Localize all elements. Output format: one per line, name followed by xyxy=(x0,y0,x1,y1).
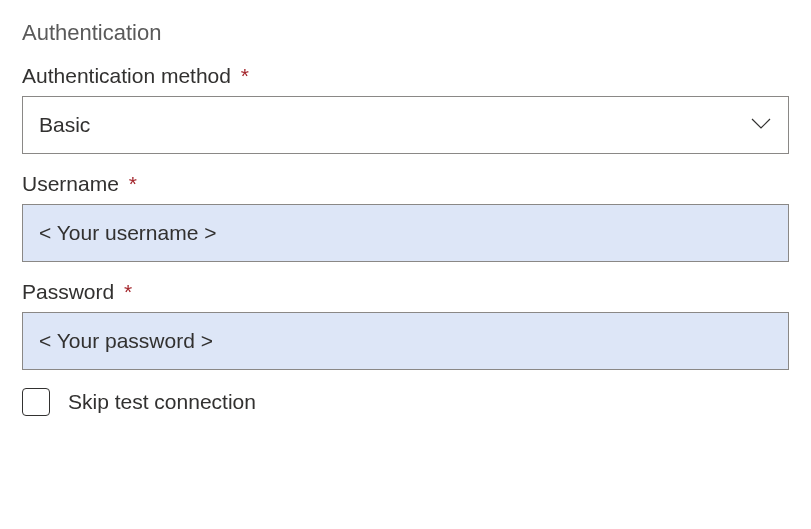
required-asterisk: * xyxy=(241,64,249,87)
password-field: Password * xyxy=(22,280,789,370)
required-asterisk: * xyxy=(129,172,137,195)
skip-test-row: Skip test connection xyxy=(22,388,789,416)
password-label: Password * xyxy=(22,280,789,304)
password-input[interactable] xyxy=(22,312,789,370)
skip-test-checkbox[interactable] xyxy=(22,388,50,416)
password-label-text: Password xyxy=(22,280,114,303)
auth-method-select-wrapper: Basic xyxy=(22,96,789,154)
username-label: Username * xyxy=(22,172,789,196)
username-field: Username * xyxy=(22,172,789,262)
auth-method-label-text: Authentication method xyxy=(22,64,231,87)
authentication-section: Authentication Authentication method * B… xyxy=(22,20,789,416)
required-asterisk: * xyxy=(124,280,132,303)
username-input[interactable] xyxy=(22,204,789,262)
auth-method-field: Authentication method * Basic xyxy=(22,64,789,154)
auth-method-select[interactable]: Basic xyxy=(22,96,789,154)
username-label-text: Username xyxy=(22,172,119,195)
section-title: Authentication xyxy=(22,20,789,46)
skip-test-label[interactable]: Skip test connection xyxy=(68,390,256,414)
auth-method-label: Authentication method * xyxy=(22,64,789,88)
